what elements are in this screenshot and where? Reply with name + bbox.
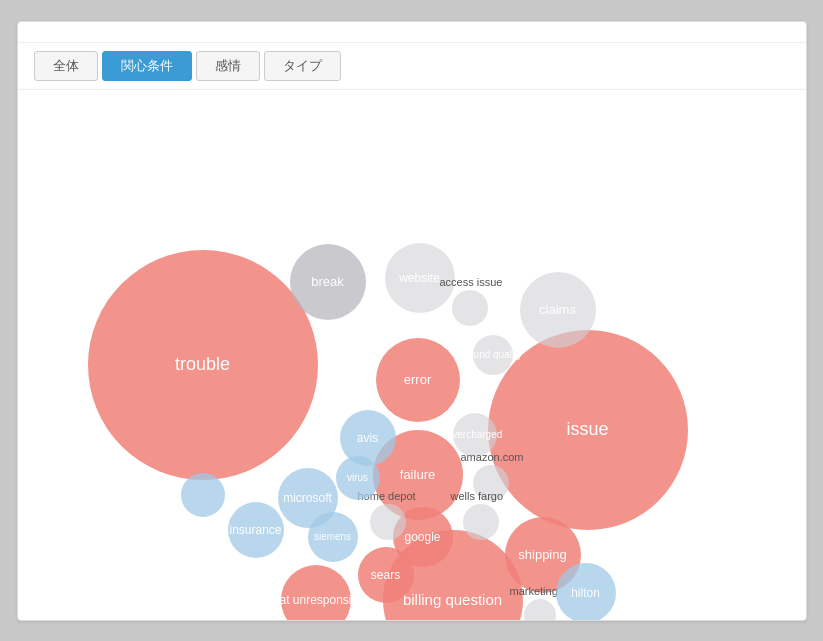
bubble-chat-unresponsive: chat unresponsive	[281, 565, 351, 620]
bubble-amazon-com	[473, 465, 509, 501]
tabs-container: 全体 関心条件 感情 タイプ	[18, 43, 806, 90]
label-marketing: marketing	[510, 585, 558, 597]
bubble-marketing	[524, 599, 556, 620]
label-home-depot: home depot	[358, 490, 416, 502]
tab-type[interactable]: タイプ	[264, 51, 341, 81]
bubble-website: website	[385, 243, 455, 313]
bubble-google: google	[393, 507, 453, 567]
bubble-home-depot	[370, 504, 406, 540]
bubble-avis: avis	[340, 410, 396, 466]
tab-kanjou[interactable]: 感情	[196, 51, 260, 81]
bubble-shipping: shipping	[505, 517, 581, 593]
bubble-error: error	[376, 338, 460, 422]
tab-kanshin[interactable]: 関心条件	[102, 51, 192, 81]
main-card: 全体 関心条件 感情 タイプ troubleissuebilling quest…	[17, 21, 807, 621]
bubble-small-blue	[181, 473, 225, 517]
bubble-virus: virus	[336, 456, 380, 500]
bubble-trouble: trouble	[88, 250, 318, 480]
bubble-hilton: hilton	[556, 563, 616, 620]
label-amazon-com: amazon.com	[461, 451, 524, 463]
bubble-siemens: siemens	[308, 512, 358, 562]
bubble-chart: troubleissuebilling questionfailureerror…	[18, 90, 806, 620]
card-header	[18, 22, 806, 43]
bubble-access-issue	[452, 290, 488, 326]
bubble-microsoft: microsoft	[278, 468, 338, 528]
bubble-sears: sears	[358, 547, 414, 603]
bubble-insurance: insurance	[228, 502, 284, 558]
tab-zentai[interactable]: 全体	[34, 51, 98, 81]
label-wells-fargo: wells fargo	[451, 490, 504, 502]
bubble-claims: claims	[520, 272, 596, 348]
label-access-issue: access issue	[440, 276, 503, 288]
bubble-billing-question: billing question	[383, 530, 523, 620]
bubble-break: break	[290, 244, 366, 320]
bubble-issue: issue	[488, 330, 688, 530]
bubble-wells-fargo	[463, 504, 499, 540]
bubble-overcharged: overcharged	[453, 413, 497, 457]
bubble-sound-quality: sound quality	[473, 335, 513, 375]
bubble-failure: failure	[373, 430, 463, 520]
